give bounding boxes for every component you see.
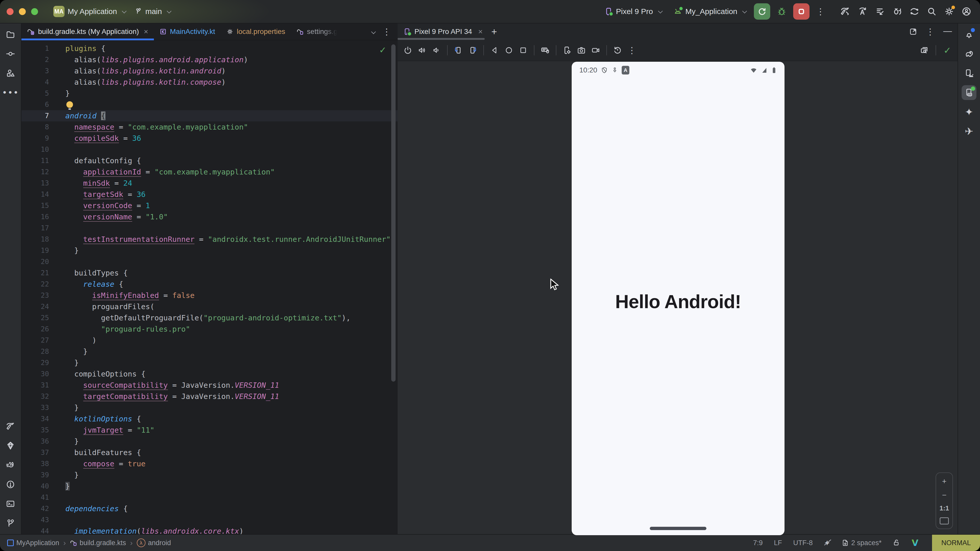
sync-language-button[interactable] [856,5,869,18]
line-number[interactable]: 32 [21,391,49,402]
line-number[interactable]: 30 [21,368,49,380]
apply-changes-button[interactable] [890,5,904,18]
line-number[interactable]: 44 [21,526,49,534]
code-line[interactable]: 12 applicationId = "com.example.myapplic… [21,166,398,178]
line-number[interactable]: 41 [21,492,49,503]
profiler-button[interactable] [873,5,886,18]
code-line[interactable]: 3 alias(libs.plugins.kotlin.android) [21,65,398,76]
line-number[interactable]: 37 [21,447,49,458]
editor-tab-options-icon[interactable]: ⋮ [380,27,393,36]
line-number[interactable]: 18 [21,233,49,245]
profile-button[interactable] [959,5,974,18]
build-button[interactable] [838,5,852,18]
line-number[interactable]: 24 [21,301,49,312]
code-line[interactable]: 2 alias(libs.plugins.android.application… [21,54,398,65]
code-line[interactable]: 6 [21,99,398,110]
line-number[interactable]: 13 [21,178,49,189]
app-insights-tool-button[interactable]: ✈ [962,124,977,139]
line-number[interactable]: 36 [21,436,49,447]
code-line[interactable]: 14 targetSdk = 36 [21,189,398,200]
tab-local-properties[interactable]: local.properties [221,24,291,40]
tab-settings-gradle[interactable]: settings.g [291,24,343,40]
ai-disabled-icon[interactable]: ✦ [824,538,830,548]
line-number[interactable]: 16 [21,211,49,222]
code-line[interactable]: 28 } [21,346,398,357]
code-line[interactable]: 34 kotlinOptions { [21,413,398,424]
code-line[interactable]: 22 release { [21,279,398,290]
gradle-sync-button[interactable] [907,5,921,18]
code-line[interactable]: 10 [21,144,398,155]
device-selector[interactable]: Pixel 9 Pro [600,5,665,18]
intention-bulb-icon[interactable] [66,101,73,108]
line-number[interactable]: 29 [21,357,49,368]
power-button[interactable] [402,44,414,56]
zoom-fit-button[interactable] [940,517,949,524]
tab-build-gradle[interactable]: build.gradle.kts (My Application) × [21,24,154,40]
line-number[interactable]: 26 [21,324,49,335]
code-line[interactable]: 7android { [21,110,398,121]
line-ending-widget[interactable]: LF [774,539,782,547]
device-manager-tool-button[interactable] [962,66,977,81]
line-number[interactable]: 11 [21,155,49,166]
caret-position-widget[interactable]: 7:9 [753,539,763,547]
code-editor[interactable]: 1plugins {2 alias(libs.plugins.android.a… [21,40,398,534]
breadcrumb-file[interactable]: build.gradle.kts [70,539,126,547]
code-line[interactable]: 35 jvmTarget = "11" [21,424,398,436]
line-number[interactable]: 35 [21,424,49,436]
debug-button[interactable] [775,5,789,18]
line-number[interactable]: 5 [21,88,49,99]
logcat-tool-button[interactable] [3,457,18,472]
vcs-branch-widget[interactable]: main [134,5,174,18]
open-in-window-icon[interactable] [909,27,917,36]
breadcrumb-module[interactable]: MyApplication [7,539,59,547]
maximize-window-button[interactable] [31,8,38,15]
line-number[interactable]: 31 [21,380,49,391]
line-number[interactable]: 25 [21,312,49,324]
code-line[interactable]: 23 isMinifyEnabled = false [21,290,398,301]
problems-tool-button[interactable] [3,477,18,492]
code-line[interactable]: 1plugins { [21,43,398,54]
screenshot-button[interactable] [575,44,587,56]
code-line[interactable]: 44 implementation(libs.androidx.core.ktx… [21,526,398,534]
code-line[interactable]: 37 buildFeatures { [21,447,398,458]
rotate-left-button[interactable] [452,44,465,56]
build-tool-button[interactable] [3,419,18,433]
line-number[interactable]: 28 [21,346,49,357]
line-number[interactable]: 38 [21,458,49,469]
close-tab-icon[interactable]: × [144,27,148,36]
line-number[interactable]: 8 [21,121,49,133]
hidden-tabs-chevron-icon[interactable] [371,29,375,34]
line-number[interactable]: 14 [21,189,49,200]
zoom-reset-button[interactable]: 1:1 [939,504,949,512]
editor-scrollbar[interactable] [391,44,396,382]
code-line[interactable]: 9 compileSdk = 36 [21,133,398,144]
breadcrumb-element[interactable]: λ android [137,538,171,547]
line-number[interactable]: 19 [21,245,49,256]
notifications-tool-button[interactable] [962,27,977,42]
code-line[interactable]: 32 targetCompatibility = JavaVersion.VER… [21,391,398,402]
build-variants-tool-button[interactable] [3,438,18,453]
tab-mainactivity[interactable]: MainActivity.kt [154,24,221,40]
code-line[interactable]: 27 ) [21,335,398,346]
gradle-tool-button[interactable] [962,46,977,61]
close-device-tab-icon[interactable]: × [478,27,483,36]
code-line[interactable]: 20 [21,256,398,267]
stop-button[interactable] [793,3,810,20]
line-number[interactable]: 12 [21,166,49,178]
zoom-in-button[interactable]: + [942,477,947,486]
encoding-widget[interactable]: UTF-8 [793,539,813,547]
search-everywhere-button[interactable] [925,5,939,18]
code-line[interactable]: 39 } [21,469,398,481]
gemini-tool-button[interactable]: ✦ [962,105,977,119]
inspections-ok-icon[interactable]: ✓ [379,45,387,55]
code-line[interactable]: 15 versionCode = 1 [21,200,398,211]
line-number[interactable]: 23 [21,290,49,301]
line-number[interactable]: 34 [21,413,49,424]
device-settings-button[interactable] [561,44,573,56]
hardware-input-button[interactable] [539,44,551,56]
code-line[interactable]: 8 namespace = "com.example.myapplication… [21,121,398,133]
code-line[interactable]: 19 } [21,245,398,256]
line-number[interactable]: 20 [21,256,49,267]
line-number[interactable]: 9 [21,133,49,144]
code-line[interactable]: 4 alias(libs.plugins.kotlin.compose) [21,76,398,88]
